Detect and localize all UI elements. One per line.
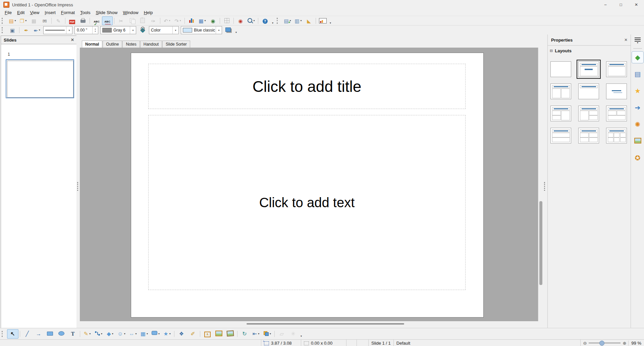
edit-points-button[interactable]: ❖ [176, 329, 187, 339]
navigator-tab[interactable]: ✪ [632, 152, 644, 164]
chevron-down-icon[interactable]: ▾ [205, 19, 206, 22]
close-button[interactable]: ✕ [629, 0, 644, 9]
layout-centered-text[interactable] [606, 83, 627, 99]
layouts-collapse-icon[interactable]: ⊟ [550, 49, 553, 53]
area-button[interactable] [137, 26, 148, 35]
styles-and-formatting-tab[interactable]: ✺ [632, 118, 644, 130]
rotate-button[interactable]: ↻ [239, 329, 250, 339]
toolbar-overflow-button[interactable]: ▾ [328, 16, 333, 25]
slide-transition-tab[interactable]: ➔ [632, 102, 644, 114]
chevron-down-icon[interactable]: ▾ [169, 19, 170, 22]
chevron-down-icon[interactable]: ▾ [258, 333, 259, 335]
chevron-down-icon[interactable]: ▾ [270, 333, 271, 335]
connector-button[interactable]: ▾ [93, 329, 104, 339]
help-button[interactable]: ? [260, 16, 270, 25]
paste-button[interactable] [137, 16, 148, 25]
new-slide-button[interactable]: ▤+▾ [282, 16, 293, 25]
copy-button[interactable] [126, 16, 137, 25]
undo-button[interactable]: ↶▾ [162, 16, 172, 25]
line-width-spinner[interactable]: 0.00 "▴▾ [74, 26, 98, 34]
slide-canvas[interactable]: Click to add title Click to add text [131, 53, 484, 318]
menu-format[interactable]: Format [58, 10, 77, 15]
table-button[interactable]: ▦▾ [197, 16, 208, 25]
status-slide-indicator[interactable]: Slide 1 / 1 [369, 340, 394, 346]
view-tab-outline[interactable]: Outline [103, 41, 122, 48]
spellcheck-button[interactable]: ABC✓ [91, 16, 102, 25]
layout-title-2content-and-content[interactable] [550, 106, 571, 121]
export-pdf-button[interactable]: PDF [67, 16, 77, 25]
toolbar-grip[interactable] [277, 18, 281, 24]
title-placeholder[interactable]: Click to add title [148, 64, 466, 109]
toolbar-grip[interactable] [2, 27, 6, 33]
vertical-scrollbar-thumb[interactable] [539, 201, 542, 285]
arrowheads-button[interactable]: ↞▾ [32, 26, 42, 35]
horizontal-scrollbar[interactable] [80, 321, 538, 327]
menu-edit[interactable]: Edit [14, 10, 27, 15]
properties-panel-close-icon[interactable]: ✕ [624, 38, 628, 42]
view-tab-slide-sorter[interactable]: Slide Sorter [162, 41, 190, 48]
menu-file[interactable]: File [2, 10, 14, 15]
layout-title-slide[interactable] [578, 61, 599, 77]
chevron-down-icon[interactable]: ▾ [172, 26, 178, 34]
chevron-down-icon[interactable]: ▾ [124, 333, 125, 335]
layout-title-2content-over-content[interactable] [606, 106, 627, 121]
gallery-tab[interactable] [632, 135, 644, 147]
curve-button[interactable]: ✎▾ [82, 329, 93, 339]
view-tab-normal[interactable]: Normal [82, 41, 102, 48]
master-pages-tab[interactable]: ▤ [632, 68, 644, 80]
chevron-down-icon[interactable]: ▾ [15, 19, 16, 22]
navigator-button[interactable]: ◉ [235, 16, 246, 25]
toolbar-grip[interactable] [2, 18, 6, 24]
chevron-down-icon[interactable]: ▾ [301, 19, 302, 22]
status-template[interactable]: Default [394, 340, 473, 346]
flowchart-button[interactable]: ▦▾ [139, 329, 150, 339]
select-button[interactable]: ↖ [7, 329, 18, 339]
fill-type-combobox[interactable]: Color▾ [149, 26, 179, 34]
edit-file-button[interactable]: ✎ [53, 16, 64, 25]
chevron-down-icon[interactable]: ▾ [39, 29, 40, 32]
glue-points-button[interactable]: ✐ [187, 329, 199, 339]
line-width-spin-arrows[interactable]: ▴▾ [92, 26, 98, 34]
vertical-scrollbar[interactable] [538, 48, 544, 321]
toolbar-grip[interactable] [2, 331, 6, 337]
symbol-shapes-button[interactable]: ☺▾ [116, 329, 127, 339]
layouts-section-header[interactable]: ⊟ Layouts [548, 46, 631, 53]
auto-spellcheck-button[interactable]: ABC∼∼∼ [102, 16, 113, 25]
right-splitter-handle[interactable] [544, 182, 545, 191]
chevron-down-icon[interactable]: ▾ [253, 19, 255, 22]
shadow-button[interactable] [223, 26, 234, 35]
new-presentation-button[interactable]: ▤▾ [7, 16, 18, 25]
zoom-button[interactable]: ▾ [246, 16, 257, 25]
properties-tab[interactable]: ◆ [632, 51, 644, 63]
save-button[interactable]: ▦ [29, 16, 39, 25]
hyperlink-button[interactable]: ◉ [208, 16, 218, 25]
view-tab-notes[interactable]: Notes [122, 41, 140, 48]
chevron-down-icon[interactable]: ▾ [25, 19, 26, 22]
basic-shapes-button[interactable]: ◆▾ [104, 329, 116, 339]
toolbar-overflow-button[interactable]: ▾ [270, 16, 275, 25]
chevron-down-icon[interactable]: ▾ [130, 26, 136, 34]
left-splitter-handle[interactable] [77, 182, 78, 191]
chevron-down-icon[interactable]: ▾ [158, 333, 160, 335]
view-tab-handout[interactable]: Handout [140, 41, 162, 48]
slide-show-button[interactable] [317, 16, 328, 25]
zoom-percent-value[interactable]: 99 % [628, 341, 641, 346]
chevron-down-icon[interactable]: ▾ [101, 333, 102, 335]
sidebar-menu-button[interactable]: ▾ [635, 39, 641, 44]
toolbar-overflow-button[interactable]: ▾ [299, 330, 304, 338]
line-color-combobox[interactable]: Gray 6▾ [100, 26, 136, 34]
layout-title-2-content[interactable] [550, 83, 571, 99]
minimize-button[interactable]: – [598, 0, 613, 9]
print-button[interactable] [77, 16, 88, 25]
chevron-down-icon[interactable]: ▾ [89, 333, 91, 335]
zoom-slider-thumb[interactable] [599, 341, 604, 346]
insert-picture-button[interactable] [213, 329, 224, 339]
line-button[interactable]: ✒ [21, 26, 32, 35]
right-splitter[interactable] [543, 35, 547, 339]
left-splitter[interactable] [76, 35, 80, 339]
slide-layout-button[interactable]: ▥▾ [293, 16, 304, 25]
layout-title-content[interactable] [606, 61, 627, 77]
menu-help[interactable]: Help [141, 10, 156, 15]
menu-window[interactable]: Window [120, 10, 141, 15]
maximize-button[interactable]: □ [613, 0, 629, 9]
